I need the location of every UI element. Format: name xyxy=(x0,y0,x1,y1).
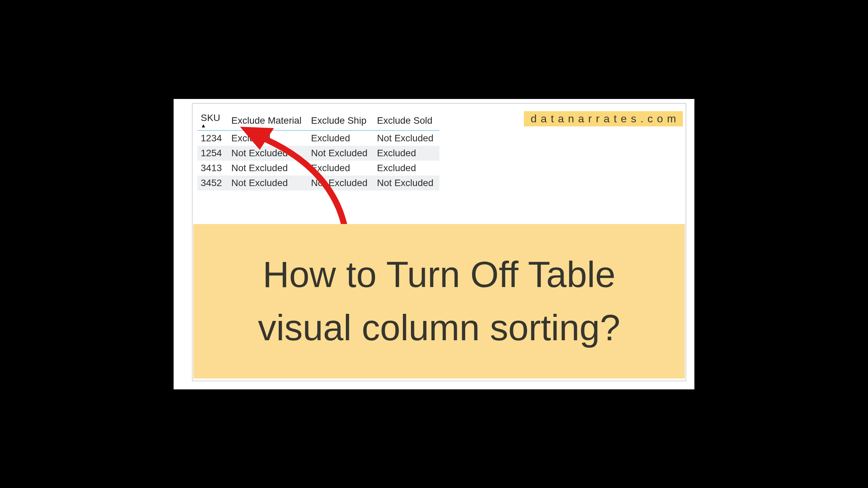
cell-sku: 3452 xyxy=(197,176,228,190)
cell-mat: Excluded xyxy=(228,130,308,146)
cell-mat: Not Excluded xyxy=(228,176,308,190)
page-title: How to Turn Off Table visual column sort… xyxy=(258,248,620,354)
cell-ship: Not Excluded xyxy=(308,176,374,190)
brand-watermark: datanarrates.com xyxy=(524,111,683,126)
title-line-2: visual column sorting? xyxy=(258,307,620,348)
cell-mat: Not Excluded xyxy=(228,146,308,161)
title-line-1: How to Turn Off Table xyxy=(263,254,616,295)
cell-ship: Excluded xyxy=(308,130,374,146)
inner-frame: datanarrates.com SKU ▲ Exclude Material … xyxy=(192,103,686,381)
col-exclude-material[interactable]: Exclude Material xyxy=(228,111,308,130)
table-row: 1254 Not Excluded Not Excluded Excluded xyxy=(197,146,439,161)
data-table: SKU ▲ Exclude Material Exclude Ship Excl… xyxy=(197,111,439,190)
slide-canvas: datanarrates.com SKU ▲ Exclude Material … xyxy=(174,99,694,389)
cell-ship: Excluded xyxy=(308,161,374,176)
cell-sku: 1234 xyxy=(197,130,228,146)
cell-sku: 1254 xyxy=(197,146,228,161)
table-row: 3452 Not Excluded Not Excluded Not Exclu… xyxy=(197,176,439,190)
title-banner: How to Turn Off Table visual column sort… xyxy=(193,224,685,379)
table-row: 3413 Not Excluded Excluded Excluded xyxy=(197,161,439,176)
col-exclude-sold[interactable]: Exclude Sold xyxy=(374,111,440,130)
col-exclude-ship[interactable]: Exclude Ship xyxy=(308,111,374,130)
table-row: 1234 Excluded Excluded Not Excluded xyxy=(197,130,439,146)
cell-sold: Excluded xyxy=(374,146,440,161)
sort-asc-icon: ▲ xyxy=(201,123,222,129)
col-sku[interactable]: SKU ▲ xyxy=(197,111,228,130)
cell-sku: 3413 xyxy=(197,161,228,176)
col-sku-label: SKU xyxy=(201,113,220,123)
cell-ship: Not Excluded xyxy=(308,146,374,161)
cell-sold: Not Excluded xyxy=(374,176,440,190)
cell-sold: Not Excluded xyxy=(374,130,440,146)
cell-mat: Not Excluded xyxy=(228,161,308,176)
cell-sold: Excluded xyxy=(374,161,440,176)
table-header-row[interactable]: SKU ▲ Exclude Material Exclude Ship Excl… xyxy=(197,111,439,130)
